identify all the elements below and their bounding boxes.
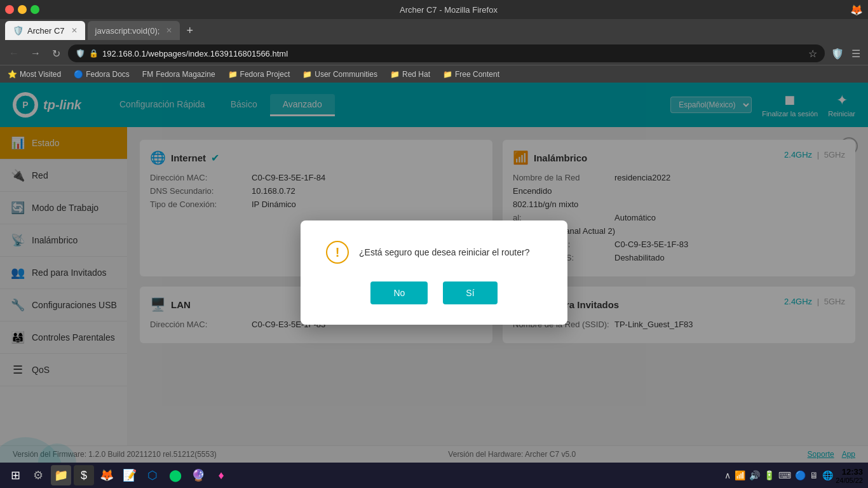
maximize-button[interactable]	[31, 5, 39, 14]
taskbar-app-green[interactable]: ⬤	[165, 465, 186, 485]
taskbar-keyboard-icon[interactable]: ⌨	[778, 470, 791, 480]
tab-icon: 🛡️	[13, 25, 24, 36]
forward-button[interactable]: →	[27, 45, 44, 62]
window-title: Archer C7 - Mozilla Firefox	[47, 5, 850, 15]
taskbar-app-purple[interactable]: 🔮	[188, 465, 208, 485]
shield-icon: 🛡️	[76, 49, 85, 58]
tab-void[interactable]: javascript:void(0); ✕	[88, 21, 180, 40]
close-button[interactable]	[5, 5, 14, 14]
shield-toolbar-icon[interactable]: 🛡️	[829, 45, 846, 62]
modal-si-button[interactable]: Sí	[443, 281, 497, 304]
modal-overlay: ! ¿Está seguro que desea reiniciar el ro…	[0, 83, 868, 463]
taskbar-app-firefox[interactable]: 🦊	[97, 465, 117, 485]
taskbar-app-grid[interactable]: ⊞	[5, 465, 25, 485]
taskbar-audio-icon[interactable]: 🔊	[749, 470, 760, 480]
bookmark-label-4: Fedora Project	[240, 70, 290, 79]
titlebar: Archer C7 - Mozilla Firefox 🦊	[0, 0, 868, 19]
taskbar-app-vscode[interactable]: ⬡	[142, 465, 163, 485]
taskbar-expand-icon[interactable]: ∧	[724, 470, 731, 480]
modal-no-button[interactable]: No	[370, 281, 428, 304]
star-icon: ⭐	[8, 70, 17, 79]
tab-close-button[interactable]: ✕	[71, 26, 78, 35]
browser-chrome: 🛡️ Archer C7 ✕ javascript:void(0); ✕ + ←…	[0, 19, 868, 83]
taskbar-date: 24/05/22	[836, 477, 863, 484]
fedora-icon: 🔵	[74, 70, 83, 79]
modal-message: ¿Está seguro que desea reiniciar el rout…	[359, 247, 529, 257]
taskbar-app-code[interactable]: 📝	[119, 465, 140, 485]
bookmark-label-2: Fedora Docs	[86, 70, 130, 79]
bookmark-label-3: Fedora Magazine	[156, 70, 215, 79]
bookmark-fedora-docs[interactable]: 🔵 Fedora Docs	[71, 69, 132, 80]
taskbar-monitor-icon[interactable]: 🖥	[810, 470, 818, 480]
taskbar-clock[interactable]: 12:33 24/05/22	[836, 467, 863, 484]
taskbar-system-icons: ∧ 📶 🔊 🔋 ⌨ 🔵 🖥 🌐	[724, 470, 833, 480]
tab-label: Archer C7	[27, 26, 65, 36]
bookmark-free-content[interactable]: 📁 Free Content	[440, 69, 502, 80]
taskbar-app-settings[interactable]: ⚙	[28, 465, 48, 485]
taskbar-bluetooth-icon[interactable]: 🔵	[795, 470, 806, 480]
bookmark-star-icon[interactable]: ☆	[808, 48, 817, 60]
taskbar-time: 12:33	[836, 467, 863, 477]
bookmark-fedora-project[interactable]: 📁 Fedora Project	[226, 69, 293, 80]
tab-archer[interactable]: 🛡️ Archer C7 ✕	[5, 21, 85, 40]
taskbar-apps: ⊞ ⚙ 📁 $ 🦊 📝 ⬡ ⬤ 🔮 ♦	[5, 465, 722, 485]
menu-button[interactable]: ☰	[849, 45, 863, 62]
folder-icon: 📁	[228, 70, 238, 79]
bookmark-label-5: User Communities	[315, 70, 377, 79]
taskbar-app-terminal[interactable]: $	[74, 465, 94, 485]
taskbar-app-pink[interactable]: ♦	[211, 465, 231, 485]
addressbar: ← → ↻ 🛡️ 🔒 192.168.0.1/webpages/index.16…	[0, 42, 868, 65]
warning-icon: !	[326, 241, 349, 264]
bookmark-label-7: Free Content	[455, 70, 499, 79]
reload-button[interactable]: ↻	[48, 45, 64, 62]
taskbar-wifi-icon[interactable]: 📶	[735, 470, 745, 480]
tab-close-button-2[interactable]: ✕	[166, 26, 172, 35]
taskbar-battery-icon[interactable]: 🔋	[764, 470, 775, 480]
window-controls[interactable]	[5, 5, 39, 14]
tabbar: 🛡️ Archer C7 ✕ javascript:void(0); ✕ +	[0, 19, 868, 42]
confirm-modal: ! ¿Está seguro que desea reiniciar el ro…	[301, 220, 567, 325]
firefox-icon: 🦊	[850, 4, 863, 16]
address-box[interactable]: 🛡️ 🔒 192.168.0.1/webpages/index.16391168…	[68, 44, 825, 62]
bookmark-label-6: Red Hat	[402, 70, 430, 79]
back-button[interactable]: ←	[5, 45, 23, 62]
tab-label-2: javascript:void(0);	[95, 26, 160, 36]
bookmark-user-communities[interactable]: 📁 User Communities	[300, 69, 380, 80]
bookmark-red-hat[interactable]: 📁 Red Hat	[388, 69, 433, 80]
minimize-button[interactable]	[18, 5, 27, 14]
lock-icon: 🔒	[89, 49, 98, 58]
modal-buttons: No Sí	[326, 281, 542, 304]
new-tab-button[interactable]: +	[182, 24, 197, 37]
url-display[interactable]: 192.168.0.1/webpages/index.1639116801566…	[102, 49, 804, 58]
folder-icon-3: 📁	[390, 70, 400, 79]
bookmark-fedora-magazine[interactable]: FM Fedora Magazine	[140, 69, 218, 80]
folder-icon-2: 📁	[302, 70, 312, 79]
bookmark-label: Most Visited	[20, 70, 61, 79]
bookmark-most-visited[interactable]: ⭐ Most Visited	[5, 69, 64, 80]
toolbar-right: 🛡️ ☰	[829, 45, 863, 62]
taskbar: ⊞ ⚙ 📁 $ 🦊 📝 ⬡ ⬤ 🔮 ♦ ∧ 📶 🔊 🔋 ⌨ 🔵 🖥 🌐 12:3…	[0, 463, 868, 488]
magazine-icon: FM	[142, 70, 153, 79]
bookmarks-bar: ⭐ Most Visited 🔵 Fedora Docs FM Fedora M…	[0, 65, 868, 83]
taskbar-network-icon[interactable]: 🌐	[822, 470, 833, 480]
modal-body: ! ¿Está seguro que desea reiniciar el ro…	[326, 241, 542, 264]
folder-icon-4: 📁	[443, 70, 452, 79]
taskbar-app-file[interactable]: 📁	[51, 465, 71, 485]
